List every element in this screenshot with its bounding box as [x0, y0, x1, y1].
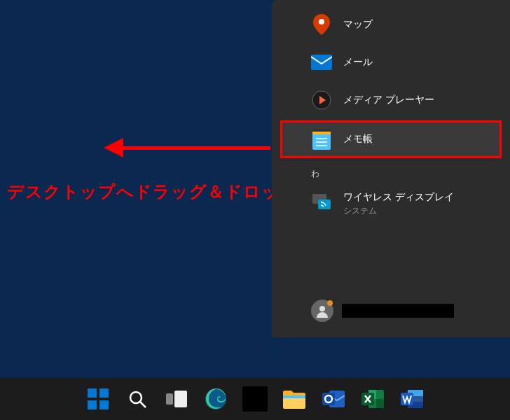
app-list: マップ メール メディア プレーヤー メモ帳 わ	[272, 6, 510, 225]
media-player-icon	[311, 90, 332, 111]
svg-rect-33	[401, 393, 413, 405]
user-name-redacted	[342, 304, 454, 318]
svg-rect-22	[283, 396, 305, 398]
svg-rect-24	[322, 393, 335, 405]
search-button[interactable]	[120, 382, 154, 416]
svg-point-11	[319, 306, 325, 312]
app-item-notepad[interactable]: メモ帳	[280, 120, 502, 158]
svg-rect-3	[312, 132, 331, 150]
svg-rect-5	[312, 129, 331, 132]
svg-rect-1	[311, 55, 332, 70]
section-header: わ	[272, 160, 510, 183]
svg-rect-10	[318, 200, 331, 209]
svg-point-16	[130, 392, 142, 403]
app-item-wireless-display[interactable]: ワイヤレス ディスプレイ システム	[272, 183, 510, 225]
user-avatar-icon	[311, 300, 333, 322]
file-explorer-button[interactable]	[277, 382, 311, 416]
placeholder-icon	[242, 386, 268, 412]
app-item-maps[interactable]: マップ	[272, 6, 510, 43]
svg-line-17	[140, 402, 146, 407]
map-pin-icon	[311, 14, 332, 35]
app-label: メディア プレーヤー	[343, 94, 434, 106]
sub-item-subtitle: システム	[343, 205, 454, 217]
app-label: マップ	[343, 18, 373, 31]
notepad-icon	[311, 129, 332, 150]
mail-icon	[311, 52, 332, 73]
word-button[interactable]	[395, 382, 429, 416]
svg-rect-28	[376, 399, 384, 408]
excel-button[interactable]	[356, 382, 390, 416]
app-button-redacted[interactable]	[238, 382, 272, 416]
svg-rect-13	[99, 388, 109, 398]
svg-rect-15	[99, 400, 109, 410]
app-item-media-player[interactable]: メディア プレーヤー	[272, 81, 510, 119]
start-menu: マップ メール メディア プレーヤー メモ帳 わ	[272, 0, 510, 337]
taskbar	[0, 378, 510, 420]
wireless-display-icon	[311, 191, 332, 212]
svg-rect-19	[174, 391, 187, 407]
app-label: メール	[343, 56, 373, 69]
svg-rect-12	[88, 388, 97, 398]
app-label: メモ帳	[343, 133, 373, 146]
app-item-mail[interactable]: メール	[272, 43, 510, 81]
sub-item-title: ワイヤレス ディスプレイ	[343, 191, 454, 204]
outlook-button[interactable]	[317, 382, 350, 416]
annotation-arrow	[104, 138, 270, 158]
desktop[interactable]: デスクトップへドラッグ＆ドロップする マップ メール メディア プレーヤー	[0, 0, 510, 420]
start-button[interactable]	[81, 382, 115, 416]
user-account-row[interactable]	[272, 293, 510, 329]
svg-rect-18	[166, 393, 173, 405]
svg-rect-14	[88, 400, 97, 410]
edge-button[interactable]	[199, 382, 233, 416]
svg-point-0	[319, 19, 324, 24]
task-view-button[interactable]	[160, 382, 193, 416]
